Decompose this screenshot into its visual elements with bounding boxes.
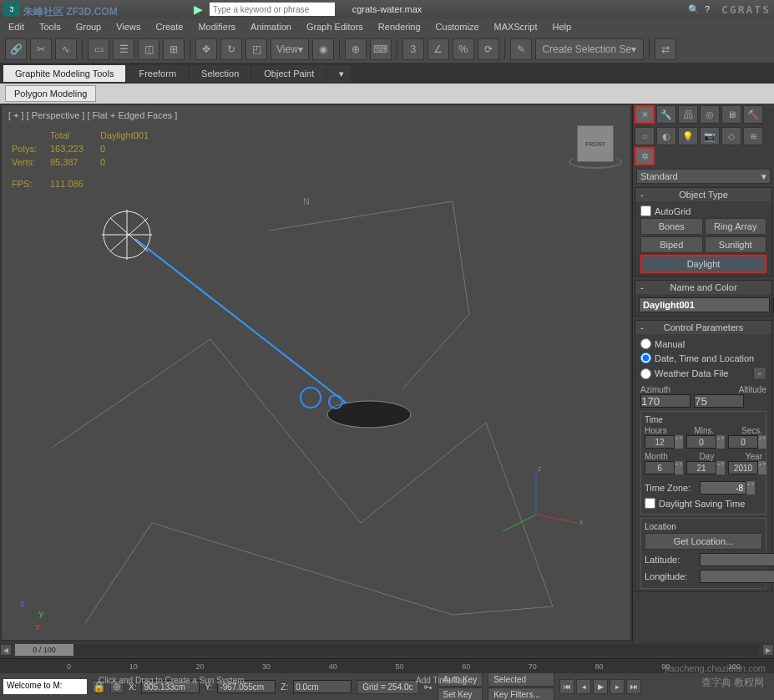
- secs-spinner[interactable]: [728, 435, 758, 449]
- nav-arrow-icon[interactable]: ▶: [194, 3, 203, 16]
- ribbon-collapse-icon[interactable]: ▾: [327, 65, 351, 83]
- goto-end-icon[interactable]: ⏭: [626, 679, 641, 694]
- systems-icon[interactable]: ✲: [635, 147, 655, 165]
- spacewarps-icon[interactable]: ≋: [743, 127, 763, 145]
- year-spinner[interactable]: [728, 461, 758, 474]
- percent-snap-icon[interactable]: %: [453, 38, 474, 60]
- utilities-tab-icon[interactable]: 🔨: [743, 105, 763, 124]
- geometry-icon[interactable]: ○: [635, 127, 655, 145]
- modify-tab-icon[interactable]: 🔧: [656, 105, 676, 124]
- lights-icon[interactable]: 💡: [678, 127, 698, 145]
- biped-button[interactable]: Biped: [640, 236, 703, 253]
- menu-animation[interactable]: Animation: [250, 22, 291, 32]
- menu-edit[interactable]: Edit: [8, 22, 24, 32]
- help-icon[interactable]: ?: [705, 4, 710, 14]
- mins-spinner[interactable]: [686, 435, 716, 449]
- pivot-icon[interactable]: ◉: [312, 38, 334, 60]
- menu-group[interactable]: Group: [76, 22, 102, 32]
- subtab-polygon-modeling[interactable]: Polygon Modeling: [5, 85, 96, 102]
- goto-start-icon[interactable]: ⏮: [559, 679, 574, 694]
- binoculars-icon[interactable]: 🔍: [688, 4, 700, 15]
- tab-objectpaint[interactable]: Object Paint: [252, 65, 326, 82]
- longitude-input[interactable]: [700, 570, 774, 583]
- menu-help[interactable]: Help: [553, 22, 572, 32]
- ring-array-button[interactable]: Ring Array: [705, 218, 767, 235]
- time-slider-thumb[interactable]: 0 / 100: [15, 644, 73, 656]
- time-slider-left-icon[interactable]: ◂: [0, 644, 12, 656]
- weather-file-button[interactable]: ▫: [753, 367, 766, 380]
- daylight-button[interactable]: Daylight: [640, 255, 766, 273]
- key-filters-button[interactable]: Key Filters...: [488, 687, 554, 701]
- maxscript-listener[interactable]: Welcome to M:: [3, 679, 87, 694]
- menu-rendering[interactable]: Rendering: [378, 22, 421, 32]
- weather-radio[interactable]: [640, 368, 651, 379]
- manipulate-icon[interactable]: ⊕: [345, 38, 367, 60]
- next-frame-icon[interactable]: ▸: [610, 679, 625, 694]
- month-spinner[interactable]: [645, 461, 675, 474]
- viewcube-ring[interactable]: [569, 155, 622, 169]
- select-icon[interactable]: ▭: [88, 38, 109, 60]
- spinner-snap-icon[interactable]: ⟳: [478, 38, 499, 60]
- tab-freeform[interactable]: Freeform: [127, 65, 188, 82]
- motion-tab-icon[interactable]: ◎: [700, 105, 720, 124]
- time-slider-right-icon[interactable]: ▸: [762, 644, 774, 656]
- play-icon[interactable]: ▶: [593, 679, 608, 694]
- menu-grapheditors[interactable]: Graph Editors: [306, 22, 363, 32]
- menu-tools[interactable]: Tools: [39, 22, 61, 32]
- rollout-header-ctrl[interactable]: -Control Parameters: [635, 321, 771, 334]
- viewport-label[interactable]: [ + ] [ Perspective ] [ Flat + Edged Fac…: [8, 110, 177, 120]
- cameras-icon[interactable]: 📷: [700, 127, 720, 145]
- display-tab-icon[interactable]: 🖥: [721, 105, 741, 124]
- snap-icon[interactable]: 3: [402, 38, 424, 60]
- menu-customize[interactable]: Customize: [436, 22, 479, 32]
- azimuth-value: [640, 394, 691, 408]
- manual-radio[interactable]: [640, 338, 651, 349]
- datetime-radio[interactable]: [640, 353, 651, 363]
- tab-selection[interactable]: Selection: [190, 65, 250, 82]
- selection-set-dropdown[interactable]: Create Selection Se ▾: [535, 38, 644, 60]
- viewport[interactable]: [ + ] [ Perspective ] [ Flat + Edged Fac…: [0, 104, 632, 642]
- select-name-icon[interactable]: ☰: [113, 38, 134, 60]
- create-tab-icon[interactable]: ✳: [635, 105, 655, 124]
- tab-graphite[interactable]: Graphite Modeling Tools: [3, 65, 125, 82]
- move-icon[interactable]: ✥: [195, 38, 217, 60]
- angle-snap-icon[interactable]: ∠: [427, 38, 449, 60]
- bones-button[interactable]: Bones: [640, 218, 703, 235]
- menu-maxscript[interactable]: MAXScript: [494, 22, 538, 32]
- latitude-input[interactable]: [700, 553, 774, 566]
- setkey-button[interactable]: Set Key: [438, 687, 483, 701]
- link-icon[interactable]: 🔗: [5, 38, 27, 60]
- bind-icon[interactable]: ∿: [55, 38, 77, 60]
- select-region-icon[interactable]: ◫: [138, 38, 159, 60]
- sunlight-button[interactable]: Sunlight: [705, 236, 767, 253]
- rotate-icon[interactable]: ↻: [220, 38, 242, 60]
- autogrid-checkbox[interactable]: [640, 205, 651, 216]
- timezone-spinner[interactable]: [700, 481, 746, 495]
- rollout-header-name[interactable]: -Name and Color: [635, 281, 771, 294]
- unlink-icon[interactable]: ✂: [30, 38, 52, 60]
- ref-coord-dropdown[interactable]: View ▾: [271, 38, 309, 60]
- hierarchy-tab-icon[interactable]: 品: [678, 105, 698, 124]
- mirror-icon[interactable]: ⇄: [655, 38, 676, 60]
- menu-create[interactable]: Create: [155, 22, 183, 32]
- menu-views[interactable]: Views: [116, 22, 140, 32]
- rollout-header-objtype[interactable]: -Object Type: [635, 188, 771, 201]
- keyboard-icon[interactable]: ⌨: [370, 38, 392, 60]
- add-time-tag-button[interactable]: Add Time Tag: [416, 676, 467, 685]
- menu-modifiers[interactable]: Modifiers: [198, 22, 235, 32]
- window-crossing-icon[interactable]: ⊞: [163, 38, 185, 60]
- search-input[interactable]: [210, 3, 335, 16]
- key-mode-dropdown[interactable]: Selected: [488, 672, 554, 687]
- category-dropdown[interactable]: Standard▾: [633, 167, 774, 185]
- named-sel-icon[interactable]: ✎: [510, 38, 532, 60]
- scale-icon[interactable]: ◰: [245, 38, 267, 60]
- shapes-icon[interactable]: ◐: [656, 127, 676, 145]
- time-slider[interactable]: ◂ 0 / 100 ▸: [0, 642, 774, 658]
- helpers-icon[interactable]: ◇: [721, 127, 741, 145]
- get-location-button[interactable]: Get Location...: [645, 533, 762, 550]
- day-spinner[interactable]: [686, 461, 716, 474]
- hours-spinner[interactable]: [645, 435, 675, 449]
- object-name-input[interactable]: [639, 297, 770, 312]
- prev-frame-icon[interactable]: ◂: [576, 679, 591, 694]
- dst-checkbox[interactable]: [645, 498, 655, 509]
